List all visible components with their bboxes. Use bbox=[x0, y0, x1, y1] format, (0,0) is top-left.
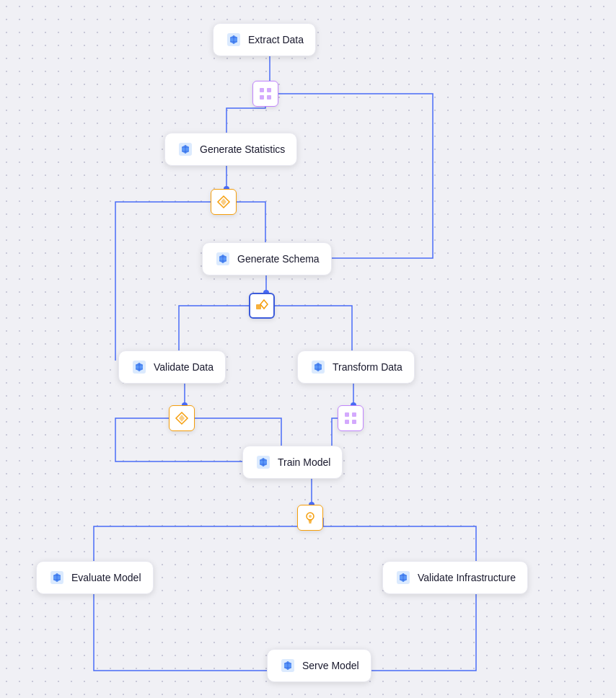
node-train-model-label: Train Model bbox=[278, 456, 330, 468]
node-generate-statistics-label: Generate Statistics bbox=[200, 143, 285, 155]
svg-rect-18 bbox=[267, 95, 271, 100]
node-transform-data[interactable]: Transform Data bbox=[297, 350, 415, 384]
node-generate-statistics[interactable]: Generate Statistics bbox=[164, 133, 297, 166]
connector-parallel-1[interactable] bbox=[252, 81, 278, 107]
node-evaluate-model-label: Evaluate Model bbox=[71, 572, 141, 583]
node-serve-model-label: Serve Model bbox=[302, 660, 359, 671]
parallel-icon bbox=[258, 87, 273, 101]
connector-lightbulb-1[interactable] bbox=[297, 505, 323, 531]
cube-icon-validate-infrastructure bbox=[395, 569, 412, 586]
node-train-model[interactable]: Train Model bbox=[242, 446, 343, 479]
connector-condition-blue-1[interactable] bbox=[249, 293, 275, 319]
condition-icon-1 bbox=[216, 195, 231, 209]
node-evaluate-model[interactable]: Evaluate Model bbox=[36, 561, 154, 594]
condition-blue-icon bbox=[255, 299, 269, 313]
lightbulb-icon bbox=[303, 511, 317, 525]
cube-icon-evaluate-model bbox=[48, 569, 66, 586]
svg-rect-32 bbox=[352, 420, 356, 424]
svg-marker-21 bbox=[221, 198, 226, 206]
svg-rect-30 bbox=[352, 412, 356, 417]
svg-rect-17 bbox=[260, 95, 264, 100]
node-validate-data-label: Validate Data bbox=[154, 361, 214, 373]
connector-condition-2[interactable] bbox=[169, 405, 195, 431]
cube-icon-validate-data bbox=[131, 358, 148, 376]
condition-icon-2 bbox=[175, 411, 189, 425]
cube-icon-extract-data bbox=[225, 31, 242, 48]
svg-rect-29 bbox=[345, 412, 349, 417]
connector-parallel-2[interactable] bbox=[338, 405, 364, 431]
svg-rect-16 bbox=[267, 88, 271, 92]
node-validate-infrastructure[interactable]: Validate Infrastructure bbox=[382, 561, 528, 594]
svg-marker-28 bbox=[179, 415, 185, 422]
connector-condition-1[interactable] bbox=[211, 189, 237, 215]
cube-icon-generate-schema bbox=[214, 250, 232, 268]
node-serve-model[interactable]: Serve Model bbox=[267, 649, 371, 682]
node-extract-data-label: Extract Data bbox=[248, 34, 304, 45]
svg-point-35 bbox=[309, 515, 312, 518]
parallel-icon-2 bbox=[343, 411, 358, 425]
workflow-canvas: Extract Data Generate Statistics bbox=[0, 0, 616, 698]
svg-rect-31 bbox=[345, 420, 349, 424]
node-generate-schema-label: Generate Schema bbox=[237, 253, 320, 265]
node-validate-infrastructure-label: Validate Infrastructure bbox=[418, 572, 516, 583]
cube-icon-train-model bbox=[255, 454, 272, 471]
svg-rect-15 bbox=[260, 88, 264, 92]
node-transform-data-label: Transform Data bbox=[333, 361, 402, 373]
cube-icon-transform-data bbox=[309, 358, 327, 376]
node-generate-schema[interactable]: Generate Schema bbox=[202, 242, 332, 275]
svg-marker-24 bbox=[260, 300, 268, 309]
node-extract-data[interactable]: Extract Data bbox=[213, 23, 316, 56]
cube-icon-serve-model bbox=[279, 657, 296, 674]
node-validate-data[interactable]: Validate Data bbox=[118, 350, 226, 384]
cube-icon-generate-statistics bbox=[177, 141, 194, 158]
